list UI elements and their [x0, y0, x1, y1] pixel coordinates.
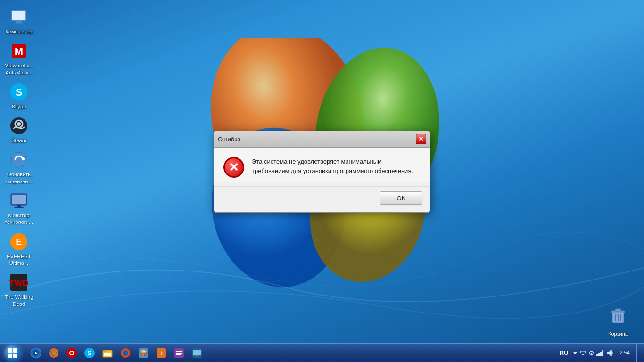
dialog-overlay: Ошибка ✕ ✕ Эта система не удовлетворяет …	[0, 0, 644, 343]
volume-icon	[606, 350, 613, 356]
svg-rect-60	[176, 353, 182, 354]
svg-text:i: i	[160, 350, 162, 356]
taskbar-right: RU 🛡 ⚙	[554, 344, 644, 362]
svg-rect-67	[598, 353, 600, 356]
dialog-footer: OK	[214, 186, 430, 212]
taskbar-icon-opera[interactable]: O	[63, 345, 80, 362]
show-desktop-button[interactable]	[636, 344, 640, 362]
svg-rect-38	[8, 354, 12, 358]
taskbar-icon-app4[interactable]	[189, 345, 206, 362]
taskbar-icon-app1[interactable]: 📦	[135, 345, 152, 362]
clock-time: 2:54	[620, 349, 630, 356]
svg-rect-63	[193, 350, 201, 355]
svg-marker-65	[573, 352, 577, 354]
taskbar-icon-explorer[interactable]	[99, 345, 116, 362]
taskbar-icon-skype[interactable]: S	[81, 345, 98, 362]
start-orb	[4, 345, 21, 362]
systray-icon-1: 🛡	[580, 349, 586, 357]
taskbar-icon-firefox2[interactable]	[117, 345, 134, 362]
clock[interactable]: 2:54	[616, 349, 634, 356]
svg-rect-68	[600, 352, 602, 356]
dialog-ok-button[interactable]: OK	[380, 191, 422, 205]
dialog-body: ✕ Эта система не удовлетворяет минимальн…	[214, 148, 430, 182]
svg-text:📦: 📦	[140, 349, 148, 357]
error-icon-circle: ✕	[223, 157, 244, 178]
taskbar-pinned-icons: O S	[25, 344, 207, 362]
taskbar-icon-firefox[interactable]	[45, 345, 62, 362]
systray-icon-2: ⚙	[588, 349, 594, 357]
svg-rect-69	[602, 350, 603, 356]
language-indicator[interactable]: RU	[558, 348, 570, 357]
svg-text:O: O	[69, 349, 74, 357]
taskbar-icon-app3[interactable]	[171, 345, 188, 362]
svg-rect-61	[176, 354, 181, 355]
svg-rect-66	[596, 354, 598, 356]
dialog-message: Эта система не удовлетворяет минимальным…	[252, 157, 421, 175]
language-dropdown-icon[interactable]	[572, 350, 578, 356]
svg-point-53	[123, 350, 128, 356]
dialog-close-button[interactable]: ✕	[416, 134, 426, 144]
svg-rect-37	[13, 348, 17, 353]
svg-rect-39	[13, 354, 17, 358]
svg-rect-59	[176, 351, 182, 352]
error-icon-container: ✕	[223, 157, 244, 178]
systray: RU 🛡 ⚙	[558, 348, 613, 357]
svg-rect-36	[8, 348, 12, 353]
svg-rect-50	[103, 350, 107, 352]
dialog-titlebar: Ошибка ✕	[214, 131, 430, 148]
start-button[interactable]	[0, 344, 25, 362]
svg-marker-70	[607, 350, 611, 356]
svg-rect-51	[104, 353, 111, 356]
svg-rect-64	[195, 355, 199, 356]
error-dialog: Ошибка ✕ ✕ Эта система не удовлетворяет …	[214, 131, 430, 213]
svg-text:S: S	[87, 349, 91, 357]
network-icon	[596, 350, 604, 356]
dialog-title: Ошибка	[218, 136, 240, 143]
desktop: Компьютер M Malwareby...Anti-Malw... S S…	[0, 0, 644, 362]
taskbar-icon-app2[interactable]: i	[153, 345, 170, 362]
taskbar: O S	[0, 343, 644, 362]
taskbar-icon-wmp[interactable]	[27, 345, 44, 362]
